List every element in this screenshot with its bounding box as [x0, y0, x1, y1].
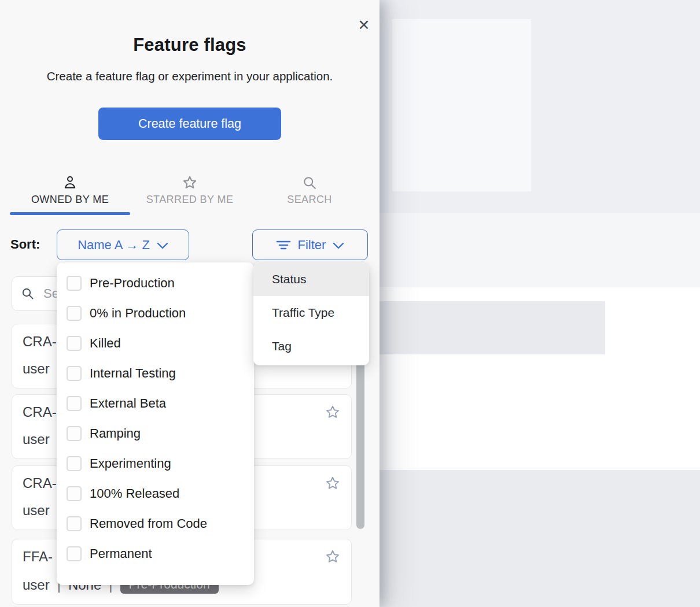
star-icon: [132, 172, 248, 191]
menu-item-label: Experimenting: [90, 456, 171, 471]
flag-name: CRA-: [23, 475, 57, 491]
menu-item-traffic-type[interactable]: Traffic Type: [253, 296, 369, 330]
tab-starred-by-me[interactable]: STARRED BY ME: [132, 172, 248, 206]
bg-region-gray-block: [380, 301, 605, 354]
sort-value: Name A → Z: [78, 238, 150, 253]
sort-label: Sort:: [10, 237, 40, 252]
checkbox[interactable]: [67, 426, 82, 441]
checkbox[interactable]: [67, 366, 82, 381]
person-icon: [9, 172, 131, 191]
flag-name: CRA-: [23, 334, 57, 350]
bg-region-inset-card: [392, 19, 531, 191]
checkbox[interactable]: [67, 306, 82, 321]
menu-item-label: Removed from Code: [90, 516, 207, 531]
menu-item-status[interactable]: Status: [253, 262, 369, 296]
menu-item-external-beta[interactable]: External Beta: [57, 388, 254, 419]
menu-item-killed[interactable]: Killed: [57, 328, 254, 358]
flag-traffic-type: user: [23, 577, 50, 593]
close-icon[interactable]: ✕: [354, 15, 374, 35]
sort-dropdown-button[interactable]: Name A → Z: [57, 230, 189, 260]
create-feature-flag-button[interactable]: Create feature flag: [98, 108, 281, 140]
status-filter-menu: Pre-Production 0% in Production Killed I…: [57, 262, 254, 585]
flag-name: FFA-: [23, 549, 53, 565]
menu-item-permanent[interactable]: Permanent: [57, 539, 254, 569]
menu-item-0-in-production[interactable]: 0% in Production: [57, 298, 254, 328]
filter-dropdown-button[interactable]: Filter: [252, 230, 368, 260]
checkbox[interactable]: [67, 276, 82, 291]
tab-search[interactable]: SEARCH: [260, 172, 359, 206]
chevron-down-icon: [157, 242, 168, 249]
flag-traffic-type: user: [23, 431, 50, 447]
flag-traffic-type: user: [23, 361, 50, 377]
menu-item-ramping[interactable]: Ramping: [57, 419, 254, 449]
search-icon: [21, 287, 35, 301]
menu-item-label: 0% in Production: [90, 306, 186, 321]
menu-item-label: Killed: [90, 336, 121, 351]
menu-item-label: Pre-Production: [90, 276, 175, 291]
bg-region-band: [380, 213, 700, 287]
menu-item-label: Ramping: [90, 426, 141, 441]
filter-label: Filter: [298, 238, 326, 253]
menu-item-label: External Beta: [90, 396, 166, 411]
checkbox[interactable]: [67, 546, 82, 561]
bg-region-bottom: [380, 470, 700, 607]
star-icon[interactable]: [325, 549, 341, 565]
page-subtitle: Create a feature flag or experiment in y…: [0, 69, 380, 83]
page-title: Feature flags: [0, 35, 380, 55]
menu-item-internal-testing[interactable]: Internal Testing: [57, 358, 254, 388]
checkbox[interactable]: [67, 486, 82, 501]
filter-lines-icon: [276, 239, 291, 251]
star-icon[interactable]: [325, 404, 341, 420]
menu-item-label: Internal Testing: [90, 366, 176, 381]
menu-item-label: 100% Released: [90, 486, 179, 501]
checkbox[interactable]: [67, 456, 82, 471]
star-icon[interactable]: [325, 475, 341, 491]
tab-label: STARRED BY ME: [132, 194, 248, 206]
checkbox[interactable]: [67, 336, 82, 351]
active-tab-underline: [10, 212, 130, 215]
menu-item-experimenting[interactable]: Experimenting: [57, 449, 254, 479]
magnifier-icon: [260, 172, 359, 191]
checkbox[interactable]: [67, 516, 82, 531]
flag-traffic-type: user: [23, 502, 50, 519]
flag-name: CRA-: [23, 404, 57, 420]
menu-item-removed-from-code[interactable]: Removed from Code: [57, 509, 254, 539]
menu-item-pre-production[interactable]: Pre-Production: [57, 268, 254, 298]
menu-item-label: Permanent: [90, 546, 152, 561]
menu-item-tag[interactable]: Tag: [253, 330, 369, 363]
tab-label: SEARCH: [260, 194, 359, 206]
tab-label: OWNED BY ME: [9, 194, 131, 206]
chevron-down-icon: [333, 242, 344, 249]
screen: ✕ Feature flags Create a feature flag or…: [0, 0, 700, 607]
checkbox[interactable]: [67, 396, 82, 411]
tab-owned-by-me[interactable]: OWNED BY ME: [9, 172, 131, 206]
menu-item-100-released[interactable]: 100% Released: [57, 479, 254, 509]
filter-field-menu: Status Traffic Type Tag: [253, 262, 369, 365]
